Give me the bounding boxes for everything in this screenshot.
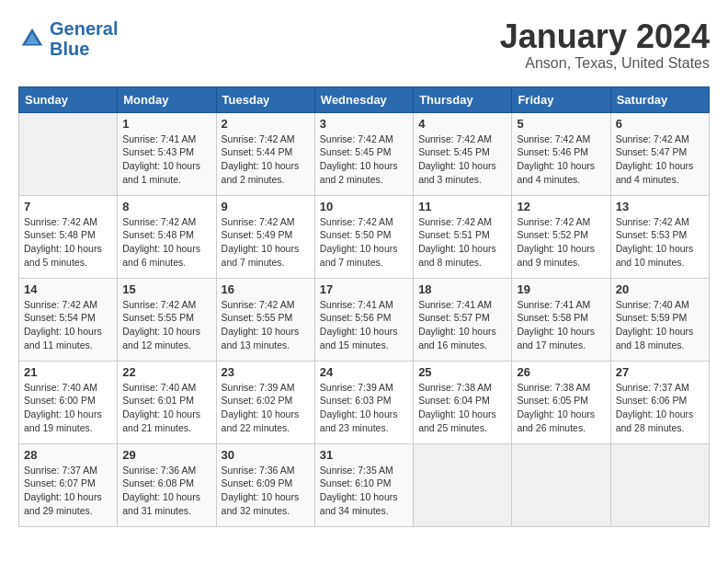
day-number: 3	[320, 117, 408, 131]
calendar-week-row: 21Sunrise: 7:40 AM Sunset: 6:00 PM Dayli…	[19, 361, 710, 443]
day-info: Sunrise: 7:42 AM Sunset: 5:47 PM Dayligh…	[616, 132, 704, 187]
day-number: 8	[122, 200, 210, 213]
day-info: Sunrise: 7:42 AM Sunset: 5:51 PM Dayligh…	[418, 215, 506, 270]
day-number: 21	[24, 365, 112, 379]
calendar-table: SundayMondayTuesdayWednesdayThursdayFrid…	[18, 86, 710, 527]
calendar-cell: 20Sunrise: 7:40 AM Sunset: 5:59 PM Dayli…	[610, 278, 709, 361]
calendar-cell: 27Sunrise: 7:37 AM Sunset: 6:06 PM Dayli…	[610, 361, 709, 443]
calendar-cell: 30Sunrise: 7:36 AM Sunset: 6:09 PM Dayli…	[216, 443, 314, 526]
day-info: Sunrise: 7:39 AM Sunset: 6:02 PM Dayligh…	[222, 381, 310, 435]
day-info: Sunrise: 7:42 AM Sunset: 5:46 PM Dayligh…	[517, 132, 605, 187]
day-info: Sunrise: 7:42 AM Sunset: 5:45 PM Dayligh…	[320, 132, 408, 187]
day-info: Sunrise: 7:42 AM Sunset: 5:55 PM Dayligh…	[222, 298, 310, 352]
day-info: Sunrise: 7:42 AM Sunset: 5:45 PM Dayligh…	[418, 132, 506, 187]
day-info: Sunrise: 7:42 AM Sunset: 5:49 PM Dayligh…	[222, 215, 310, 270]
day-number: 19	[517, 282, 605, 296]
day-info: Sunrise: 7:41 AM Sunset: 5:57 PM Dayligh…	[418, 298, 506, 352]
day-info: Sunrise: 7:41 AM Sunset: 5:43 PM Dayligh…	[122, 132, 210, 187]
weekday-header-row: SundayMondayTuesdayWednesdayThursdayFrid…	[19, 86, 710, 112]
day-number: 11	[418, 200, 506, 213]
calendar-cell: 19Sunrise: 7:41 AM Sunset: 5:58 PM Dayli…	[512, 278, 610, 361]
day-number: 1	[122, 117, 210, 131]
day-info: Sunrise: 7:42 AM Sunset: 5:44 PM Dayligh…	[222, 132, 310, 187]
calendar-cell: 15Sunrise: 7:42 AM Sunset: 5:55 PM Dayli…	[118, 278, 216, 361]
day-info: Sunrise: 7:36 AM Sunset: 6:08 PM Dayligh…	[122, 464, 210, 518]
weekday-header-friday: Friday	[512, 86, 610, 112]
calendar-cell: 11Sunrise: 7:42 AM Sunset: 5:51 PM Dayli…	[414, 195, 512, 278]
calendar-header: SundayMondayTuesdayWednesdayThursdayFrid…	[19, 86, 710, 112]
calendar-cell	[19, 112, 118, 195]
day-info: Sunrise: 7:40 AM Sunset: 6:01 PM Dayligh…	[122, 381, 210, 435]
day-number: 30	[222, 448, 310, 462]
day-info: Sunrise: 7:42 AM Sunset: 5:54 PM Dayligh…	[24, 298, 112, 352]
day-info: Sunrise: 7:38 AM Sunset: 6:05 PM Dayligh…	[517, 381, 605, 435]
calendar-cell: 14Sunrise: 7:42 AM Sunset: 5:54 PM Dayli…	[19, 278, 118, 361]
calendar-cell	[414, 443, 512, 526]
calendar-cell: 9Sunrise: 7:42 AM Sunset: 5:49 PM Daylig…	[216, 195, 314, 278]
title-block: January 2024 Anson, Texas, United States	[500, 18, 710, 72]
day-info: Sunrise: 7:41 AM Sunset: 5:58 PM Dayligh…	[517, 298, 605, 352]
logo-line1: General	[50, 18, 118, 39]
day-info: Sunrise: 7:42 AM Sunset: 5:48 PM Dayligh…	[122, 215, 210, 270]
calendar-cell: 6Sunrise: 7:42 AM Sunset: 5:47 PM Daylig…	[610, 112, 709, 195]
logo-icon	[18, 25, 46, 52]
calendar-week-row: 14Sunrise: 7:42 AM Sunset: 5:54 PM Dayli…	[19, 278, 710, 361]
calendar-cell: 7Sunrise: 7:42 AM Sunset: 5:48 PM Daylig…	[19, 195, 118, 278]
calendar-cell: 22Sunrise: 7:40 AM Sunset: 6:01 PM Dayli…	[118, 361, 216, 443]
logo-text: General Blue	[50, 18, 118, 59]
calendar-cell: 13Sunrise: 7:42 AM Sunset: 5:53 PM Dayli…	[610, 195, 709, 278]
day-number: 16	[222, 282, 310, 296]
weekday-header-sunday: Sunday	[19, 86, 118, 112]
calendar-cell: 3Sunrise: 7:42 AM Sunset: 5:45 PM Daylig…	[314, 112, 413, 195]
weekday-header-tuesday: Tuesday	[216, 86, 314, 112]
day-number: 29	[122, 448, 210, 462]
day-number: 9	[222, 200, 310, 213]
calendar-cell: 5Sunrise: 7:42 AM Sunset: 5:46 PM Daylig…	[512, 112, 610, 195]
day-number: 23	[222, 365, 310, 379]
calendar-cell: 16Sunrise: 7:42 AM Sunset: 5:55 PM Dayli…	[216, 278, 314, 361]
calendar-cell	[610, 443, 709, 526]
day-info: Sunrise: 7:42 AM Sunset: 5:48 PM Dayligh…	[24, 215, 112, 270]
location-title: Anson, Texas, United States	[500, 55, 710, 72]
day-info: Sunrise: 7:40 AM Sunset: 6:00 PM Dayligh…	[24, 381, 112, 435]
calendar-body: 1Sunrise: 7:41 AM Sunset: 5:43 PM Daylig…	[19, 112, 710, 526]
day-info: Sunrise: 7:41 AM Sunset: 5:56 PM Dayligh…	[320, 298, 408, 352]
calendar-cell: 23Sunrise: 7:39 AM Sunset: 6:02 PM Dayli…	[216, 361, 314, 443]
day-number: 14	[24, 282, 112, 296]
day-info: Sunrise: 7:37 AM Sunset: 6:07 PM Dayligh…	[24, 464, 112, 518]
day-info: Sunrise: 7:36 AM Sunset: 6:09 PM Dayligh…	[222, 464, 310, 518]
weekday-header-saturday: Saturday	[610, 86, 709, 112]
calendar-week-row: 28Sunrise: 7:37 AM Sunset: 6:07 PM Dayli…	[19, 443, 710, 526]
day-number: 17	[320, 282, 408, 296]
calendar-cell	[512, 443, 610, 526]
calendar-cell: 2Sunrise: 7:42 AM Sunset: 5:44 PM Daylig…	[216, 112, 314, 195]
day-info: Sunrise: 7:37 AM Sunset: 6:06 PM Dayligh…	[616, 381, 704, 435]
day-number: 22	[122, 365, 210, 379]
day-number: 15	[122, 282, 210, 296]
calendar-cell: 12Sunrise: 7:42 AM Sunset: 5:52 PM Dayli…	[512, 195, 610, 278]
day-info: Sunrise: 7:38 AM Sunset: 6:04 PM Dayligh…	[418, 381, 506, 435]
day-number: 10	[320, 200, 408, 213]
logo: General Blue	[18, 18, 118, 59]
calendar-cell: 25Sunrise: 7:38 AM Sunset: 6:04 PM Dayli…	[414, 361, 512, 443]
logo-line2: Blue	[50, 39, 89, 59]
day-number: 7	[24, 200, 112, 213]
day-info: Sunrise: 7:42 AM Sunset: 5:50 PM Dayligh…	[320, 215, 408, 270]
calendar-cell: 4Sunrise: 7:42 AM Sunset: 5:45 PM Daylig…	[414, 112, 512, 195]
day-number: 28	[24, 448, 112, 462]
day-number: 31	[320, 448, 408, 462]
calendar-cell: 8Sunrise: 7:42 AM Sunset: 5:48 PM Daylig…	[118, 195, 216, 278]
calendar-cell: 18Sunrise: 7:41 AM Sunset: 5:57 PM Dayli…	[414, 278, 512, 361]
day-number: 25	[418, 365, 506, 379]
day-info: Sunrise: 7:42 AM Sunset: 5:52 PM Dayligh…	[517, 215, 605, 270]
day-number: 20	[616, 282, 704, 296]
weekday-header-wednesday: Wednesday	[314, 86, 413, 112]
calendar-cell: 26Sunrise: 7:38 AM Sunset: 6:05 PM Dayli…	[512, 361, 610, 443]
day-info: Sunrise: 7:42 AM Sunset: 5:53 PM Dayligh…	[616, 215, 704, 270]
day-number: 2	[222, 117, 310, 131]
day-info: Sunrise: 7:42 AM Sunset: 5:55 PM Dayligh…	[122, 298, 210, 352]
weekday-header-monday: Monday	[118, 86, 216, 112]
calendar-cell: 28Sunrise: 7:37 AM Sunset: 6:07 PM Dayli…	[19, 443, 118, 526]
day-number: 26	[517, 365, 605, 379]
day-number: 24	[320, 365, 408, 379]
